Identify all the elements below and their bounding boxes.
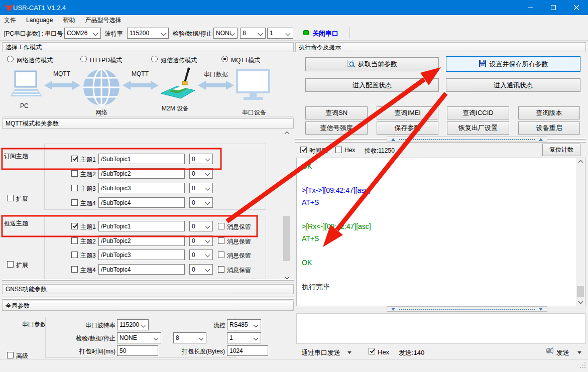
- query-version-button[interactable]: 查询版本: [518, 106, 580, 119]
- chevron-down-icon[interactable]: [577, 351, 581, 354]
- pub-topic3-qos-select[interactable]: 0: [189, 250, 213, 260]
- sub-topic3-checkbox[interactable]: [71, 185, 78, 191]
- window-title: USR-CAT1 V1.2.4: [13, 4, 66, 12]
- log-scrollbar[interactable]: [576, 158, 585, 306]
- pub-topic4-qos-select[interactable]: 0: [189, 264, 213, 275]
- chevron-down-icon[interactable]: [347, 351, 351, 354]
- query-signal-button[interactable]: 查信号强度: [305, 121, 368, 135]
- scroll-up-icon[interactable]: [576, 158, 585, 167]
- subscribe-expand-checkbox[interactable]: [7, 195, 14, 201]
- pub-topic1-qos-select[interactable]: 0: [189, 221, 213, 231]
- com-port-select[interactable]: COM26: [64, 28, 101, 39]
- send-via-serial-dropdown[interactable]: 通过串口发送: [301, 348, 340, 357]
- pub-topic4-retain-checkbox[interactable]: [218, 266, 224, 273]
- splitter-bar[interactable]: [2, 296, 294, 297]
- packlen-input[interactable]: [227, 345, 268, 356]
- scroll-up-icon[interactable]: [282, 130, 291, 138]
- radio-httpd-label: HTTPD模式: [90, 56, 122, 65]
- minimize-button[interactable]: [519, 0, 542, 15]
- pub-topic2-qos-select[interactable]: 0: [189, 235, 213, 246]
- log-scrollbar-thumb[interactable]: [577, 286, 584, 298]
- factory-reset-button[interactable]: 恢复出厂设置: [447, 121, 509, 135]
- global-baud-select[interactable]: 115200: [117, 319, 149, 330]
- tx-hex-checkbox[interactable]: [369, 348, 375, 354]
- scroll-down-icon[interactable]: [576, 297, 585, 306]
- reset-count-button[interactable]: 复位计数: [542, 144, 580, 156]
- splitter-collapse-handle[interactable]: [387, 137, 547, 142]
- pub-topic4-input[interactable]: [98, 264, 185, 275]
- send-input-area[interactable]: [296, 313, 585, 344]
- diagram-link3-label: 串口数据: [198, 70, 234, 79]
- splitter-bar[interactable]: [2, 282, 294, 283]
- menu-help[interactable]: 帮助: [58, 15, 80, 26]
- sub-topic2-checkbox[interactable]: [71, 170, 78, 177]
- global-parity-select[interactable]: NONE: [117, 332, 161, 343]
- sub-topic1-input[interactable]: [98, 154, 185, 164]
- sub-topic2-qos-select[interactable]: 0: [189, 168, 213, 179]
- menu-file[interactable]: 文件: [0, 15, 21, 26]
- publish-expand-checkbox[interactable]: [7, 261, 14, 268]
- radio-httpd[interactable]: [80, 56, 87, 62]
- mqtt-scrollbar-thumb[interactable]: [283, 216, 290, 261]
- send-button[interactable]: 发送: [556, 348, 569, 357]
- mqtt-scrollbar[interactable]: [282, 130, 291, 281]
- splitter-bar[interactable]: [2, 298, 294, 300]
- maximize-button[interactable]: [542, 0, 565, 15]
- set-save-params-button[interactable]: 设置并保存所有参数: [446, 56, 580, 72]
- global-stopbits-select[interactable]: 1: [227, 332, 261, 343]
- query-imei-button[interactable]: 查询IMEI: [377, 106, 438, 119]
- pub-topic1-input[interactable]: [98, 221, 185, 231]
- radio-net-passthrough[interactable]: [7, 56, 14, 62]
- sub-topic4-checkbox[interactable]: [71, 199, 78, 206]
- databits-select[interactable]: 8: [240, 28, 266, 39]
- timestamp-checkbox[interactable]: [300, 147, 307, 153]
- pub-topic3-checkbox[interactable]: [71, 252, 78, 258]
- menu-product-model[interactable]: 产品型号选择: [80, 15, 126, 26]
- app-logo-icon: [5, 4, 14, 13]
- pub-topic1-checkbox[interactable]: [71, 223, 78, 229]
- pub-topic2-input[interactable]: [98, 235, 185, 246]
- pub-topic3-input[interactable]: [98, 250, 185, 260]
- radio-sms-passthrough[interactable]: [151, 56, 158, 62]
- sub-topic1-label: 主题1: [80, 156, 96, 164]
- packtime-input[interactable]: [117, 345, 158, 356]
- pub-topic1-retain-checkbox[interactable]: [218, 223, 224, 229]
- reboot-button[interactable]: 设备重启: [518, 121, 580, 135]
- flow-control-select[interactable]: RS485: [227, 319, 261, 330]
- enter-comm-button[interactable]: 进入通讯状态: [446, 78, 580, 92]
- log-output[interactable]: OK >[Tx->][09:42:47][asc] AT+S >[Rx<-][0…: [296, 158, 585, 306]
- rx-hex-checkbox[interactable]: [335, 147, 342, 153]
- parity-select[interactable]: NONI: [213, 28, 238, 39]
- chevron-down-icon: [161, 31, 166, 36]
- enter-config-button[interactable]: 进入配置状态: [305, 78, 439, 92]
- pub-topic2-checkbox[interactable]: [71, 237, 78, 244]
- sub-topic4-qos-select[interactable]: 0: [189, 197, 213, 208]
- sub-topic3-input[interactable]: [98, 183, 185, 193]
- pub-topic3-retain-checkbox[interactable]: [218, 252, 224, 258]
- stopbits-select[interactable]: 1: [267, 28, 293, 39]
- advanced-checkbox[interactable]: [7, 352, 14, 358]
- save-params-button[interactable]: 保存参数: [377, 121, 438, 135]
- log-line: >[Rx<-][09:42:47][asc]: [302, 222, 575, 234]
- sub-topic1-checkbox[interactable]: [71, 156, 78, 162]
- get-params-button[interactable]: 获取当前参数: [305, 57, 439, 71]
- splitter-bar[interactable]: [2, 279, 294, 281]
- resize-grip-icon[interactable]: [580, 362, 586, 370]
- radio-net-passthrough-label: 网络透传模式: [17, 56, 53, 65]
- query-iccid-button[interactable]: 查询ICCID: [447, 106, 509, 119]
- pub-topic4-checkbox[interactable]: [71, 266, 78, 273]
- sub-topic1-qos-select[interactable]: 0: [189, 154, 213, 164]
- sub-topic2-input[interactable]: [98, 168, 185, 179]
- query-sn-button[interactable]: 查询SN: [305, 106, 368, 119]
- close-button[interactable]: [565, 0, 588, 15]
- double-arrow-icon: [123, 80, 159, 92]
- sub-topic3-qos-select[interactable]: 0: [189, 183, 213, 193]
- splitter-collapse-handle[interactable]: [387, 306, 547, 312]
- menu-language[interactable]: Language: [21, 15, 58, 26]
- global-databits-select[interactable]: 8: [173, 332, 206, 343]
- baud-select[interactable]: 115200: [127, 28, 169, 39]
- close-port-button[interactable]: 关闭串口: [312, 29, 338, 38]
- sub-topic4-input[interactable]: [98, 197, 185, 208]
- pub-topic2-retain-checkbox[interactable]: [218, 237, 224, 244]
- radio-mqtt-mode[interactable]: [221, 56, 228, 62]
